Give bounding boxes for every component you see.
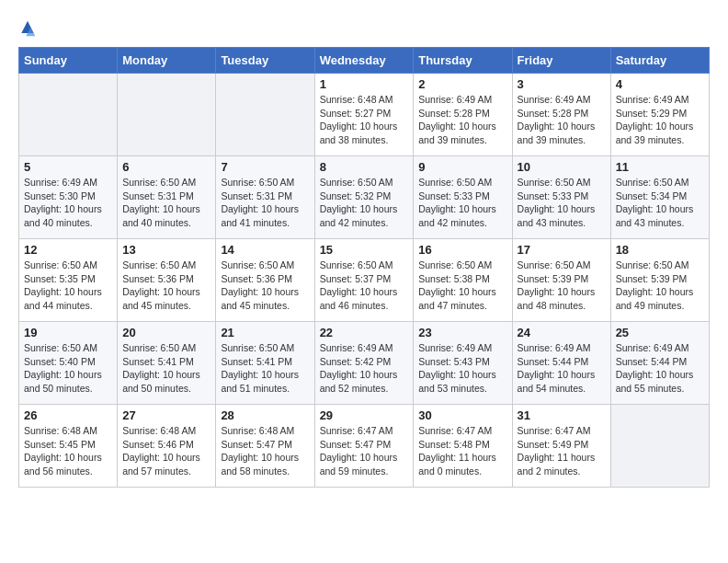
day-number: 6 xyxy=(122,160,210,174)
table-row: 21Sunrise: 6:50 AMSunset: 5:41 PMDayligh… xyxy=(216,322,314,405)
table-row xyxy=(216,74,314,156)
day-number: 27 xyxy=(122,408,210,422)
day-content: Sunrise: 6:50 AMSunset: 5:39 PMDaylight:… xyxy=(616,259,704,313)
col-tuesday: Tuesday xyxy=(216,48,314,74)
table-row: 29Sunrise: 6:47 AMSunset: 5:47 PMDayligh… xyxy=(314,405,414,488)
day-content: Sunrise: 6:50 AMSunset: 5:34 PMDaylight:… xyxy=(616,176,704,230)
day-content: Sunrise: 6:50 AMSunset: 5:36 PMDaylight:… xyxy=(221,259,309,313)
table-row: 7Sunrise: 6:50 AMSunset: 5:31 PMDaylight… xyxy=(216,156,314,239)
table-row: 5Sunrise: 6:49 AMSunset: 5:30 PMDaylight… xyxy=(19,156,118,239)
table-row: 13Sunrise: 6:50 AMSunset: 5:36 PMDayligh… xyxy=(118,239,216,322)
table-row xyxy=(19,74,118,156)
day-content: Sunrise: 6:50 AMSunset: 5:38 PMDaylight:… xyxy=(418,259,506,313)
day-number: 19 xyxy=(24,326,112,339)
col-monday: Monday xyxy=(118,48,216,74)
day-number: 2 xyxy=(418,77,506,91)
table-row: 11Sunrise: 6:50 AMSunset: 5:34 PMDayligh… xyxy=(610,156,709,239)
table-row: 23Sunrise: 6:49 AMSunset: 5:43 PMDayligh… xyxy=(414,322,512,405)
day-number: 29 xyxy=(320,408,409,422)
day-content: Sunrise: 6:49 AMSunset: 5:30 PMDaylight:… xyxy=(24,176,112,230)
day-number: 3 xyxy=(518,77,606,91)
table-row: 3Sunrise: 6:49 AMSunset: 5:28 PMDaylight… xyxy=(512,74,610,156)
day-content: Sunrise: 6:50 AMSunset: 5:31 PMDaylight:… xyxy=(221,176,309,230)
day-content: Sunrise: 6:50 AMSunset: 5:41 PMDaylight:… xyxy=(221,341,309,396)
calendar-week-5: 26Sunrise: 6:48 AMSunset: 5:45 PMDayligh… xyxy=(19,405,710,488)
table-row: 9Sunrise: 6:50 AMSunset: 5:33 PMDaylight… xyxy=(414,156,512,239)
calendar-table: Sunday Monday Tuesday Wednesday Thursday… xyxy=(18,47,710,488)
day-content: Sunrise: 6:50 AMSunset: 5:32 PMDaylight:… xyxy=(320,176,409,230)
day-content: Sunrise: 6:49 AMSunset: 5:44 PMDaylight:… xyxy=(518,341,606,396)
day-number: 25 xyxy=(616,326,704,339)
day-content: Sunrise: 6:47 AMSunset: 5:49 PMDaylight:… xyxy=(518,424,606,478)
table-row: 15Sunrise: 6:50 AMSunset: 5:37 PMDayligh… xyxy=(314,239,414,322)
col-sunday: Sunday xyxy=(19,48,118,74)
day-content: Sunrise: 6:50 AMSunset: 5:33 PMDaylight:… xyxy=(418,176,506,230)
day-number: 24 xyxy=(518,326,606,339)
calendar-body: 1Sunrise: 6:48 AMSunset: 5:27 PMDaylight… xyxy=(19,74,710,488)
day-number: 28 xyxy=(221,408,309,422)
day-number: 7 xyxy=(221,160,309,174)
logo-icon xyxy=(18,19,37,38)
logo xyxy=(18,18,40,38)
day-content: Sunrise: 6:47 AMSunset: 5:48 PMDaylight:… xyxy=(418,424,506,478)
header-row: Sunday Monday Tuesday Wednesday Thursday… xyxy=(19,48,710,74)
day-number: 20 xyxy=(122,326,210,339)
day-content: Sunrise: 6:50 AMSunset: 5:31 PMDaylight:… xyxy=(122,176,210,230)
day-content: Sunrise: 6:50 AMSunset: 5:39 PMDaylight:… xyxy=(518,259,606,313)
day-content: Sunrise: 6:49 AMSunset: 5:29 PMDaylight:… xyxy=(616,93,704,147)
table-row: 19Sunrise: 6:50 AMSunset: 5:40 PMDayligh… xyxy=(19,322,118,405)
day-number: 31 xyxy=(518,408,606,422)
col-saturday: Saturday xyxy=(610,48,709,74)
day-content: Sunrise: 6:49 AMSunset: 5:44 PMDaylight:… xyxy=(616,341,704,396)
table-row: 25Sunrise: 6:49 AMSunset: 5:44 PMDayligh… xyxy=(610,322,709,405)
table-row: 18Sunrise: 6:50 AMSunset: 5:39 PMDayligh… xyxy=(610,239,709,322)
day-number: 22 xyxy=(320,326,409,339)
table-row: 30Sunrise: 6:47 AMSunset: 5:48 PMDayligh… xyxy=(414,405,512,488)
table-row: 6Sunrise: 6:50 AMSunset: 5:31 PMDaylight… xyxy=(118,156,216,239)
day-content: Sunrise: 6:50 AMSunset: 5:35 PMDaylight:… xyxy=(24,259,112,313)
day-number: 30 xyxy=(418,408,506,422)
calendar-week-4: 19Sunrise: 6:50 AMSunset: 5:40 PMDayligh… xyxy=(19,322,710,405)
calendar-week-3: 12Sunrise: 6:50 AMSunset: 5:35 PMDayligh… xyxy=(19,239,710,322)
day-content: Sunrise: 6:49 AMSunset: 5:42 PMDaylight:… xyxy=(320,341,409,396)
day-number: 26 xyxy=(24,408,112,422)
day-number: 21 xyxy=(221,326,309,339)
table-row: 14Sunrise: 6:50 AMSunset: 5:36 PMDayligh… xyxy=(216,239,314,322)
table-row: 16Sunrise: 6:50 AMSunset: 5:38 PMDayligh… xyxy=(414,239,512,322)
table-row: 1Sunrise: 6:48 AMSunset: 5:27 PMDaylight… xyxy=(314,74,414,156)
table-row: 24Sunrise: 6:49 AMSunset: 5:44 PMDayligh… xyxy=(512,322,610,405)
day-number: 8 xyxy=(320,160,409,174)
day-number: 16 xyxy=(418,243,506,257)
table-row: 31Sunrise: 6:47 AMSunset: 5:49 PMDayligh… xyxy=(512,405,610,488)
day-content: Sunrise: 6:49 AMSunset: 5:43 PMDaylight:… xyxy=(418,341,506,396)
day-number: 18 xyxy=(616,243,704,257)
calendar-week-2: 5Sunrise: 6:49 AMSunset: 5:30 PMDaylight… xyxy=(19,156,710,239)
day-content: Sunrise: 6:49 AMSunset: 5:28 PMDaylight:… xyxy=(518,93,606,147)
day-content: Sunrise: 6:48 AMSunset: 5:27 PMDaylight:… xyxy=(320,93,409,147)
day-number: 5 xyxy=(24,160,112,174)
table-row: 10Sunrise: 6:50 AMSunset: 5:33 PMDayligh… xyxy=(512,156,610,239)
table-row: 27Sunrise: 6:48 AMSunset: 5:46 PMDayligh… xyxy=(118,405,216,488)
day-content: Sunrise: 6:48 AMSunset: 5:45 PMDaylight:… xyxy=(24,424,112,478)
day-content: Sunrise: 6:47 AMSunset: 5:47 PMDaylight:… xyxy=(320,424,409,478)
table-row: 28Sunrise: 6:48 AMSunset: 5:47 PMDayligh… xyxy=(216,405,314,488)
day-number: 15 xyxy=(320,243,409,257)
table-row: 12Sunrise: 6:50 AMSunset: 5:35 PMDayligh… xyxy=(19,239,118,322)
day-content: Sunrise: 6:48 AMSunset: 5:47 PMDaylight:… xyxy=(221,424,309,478)
day-number: 4 xyxy=(616,77,704,91)
day-content: Sunrise: 6:48 AMSunset: 5:46 PMDaylight:… xyxy=(122,424,210,478)
col-friday: Friday xyxy=(512,48,610,74)
day-number: 9 xyxy=(418,160,506,174)
day-number: 10 xyxy=(518,160,606,174)
col-wednesday: Wednesday xyxy=(314,48,414,74)
table-row: 4Sunrise: 6:49 AMSunset: 5:29 PMDaylight… xyxy=(610,74,709,156)
day-number: 13 xyxy=(122,243,210,257)
table-row: 17Sunrise: 6:50 AMSunset: 5:39 PMDayligh… xyxy=(512,239,610,322)
table-row xyxy=(118,74,216,156)
table-row: 20Sunrise: 6:50 AMSunset: 5:41 PMDayligh… xyxy=(118,322,216,405)
day-content: Sunrise: 6:50 AMSunset: 5:40 PMDaylight:… xyxy=(24,341,112,396)
table-row: 8Sunrise: 6:50 AMSunset: 5:32 PMDaylight… xyxy=(314,156,414,239)
day-number: 11 xyxy=(616,160,704,174)
day-number: 12 xyxy=(24,243,112,257)
day-number: 17 xyxy=(518,243,606,257)
